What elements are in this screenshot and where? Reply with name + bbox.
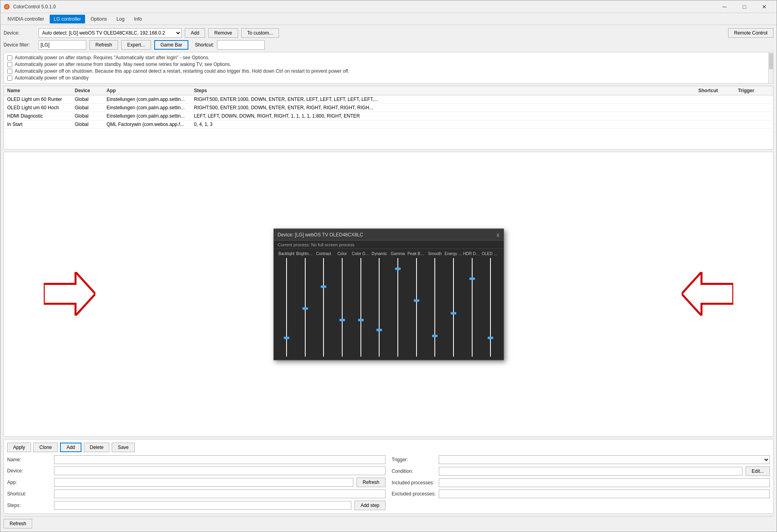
slider-label-11: OLED Mc... [482,251,500,255]
svg-marker-4 [682,272,733,315]
condition-input[interactable] [439,467,743,476]
checkbox-label-0: Automatically power on after startup. Re… [15,55,209,60]
slider-0[interactable] [278,258,296,356]
save-button[interactable]: Save [112,443,134,452]
td-name-1: OLED Light um 60 Hoch [7,105,75,110]
slider-10[interactable] [463,258,481,356]
app-refresh-button[interactable]: Refresh [357,478,385,487]
td-device-2: Global [75,113,107,119]
slider-2[interactable] [315,258,333,356]
shortcut-form-label: Shortcut: [7,491,51,497]
menu-info[interactable]: Info [130,15,146,23]
condition-label: Condition: [392,468,436,474]
td-app-2: Einstellungen (com.palm.app.settin... [107,113,194,119]
slider-label-9: Energy S... [445,251,463,255]
slider-1[interactable] [296,258,314,356]
device-form-input[interactable] [54,466,386,475]
checkbox-row-1: Automatically power on after resume from… [7,62,770,67]
bottom-refresh-button[interactable]: Refresh [4,519,32,528]
apply-button[interactable]: Apply [7,443,31,452]
td-name-3: In Start [7,122,75,127]
checkbox-1[interactable] [7,62,12,67]
app-row: App: Refresh [7,478,386,487]
maximize-button[interactable]: □ [735,0,754,13]
shortcut-row: Shortcut: [7,489,386,498]
slider-6[interactable] [389,258,407,356]
slider-4[interactable] [352,258,370,356]
filter-input[interactable]: [LG] [39,40,86,50]
slider-8[interactable] [426,258,444,356]
expert-button[interactable]: Expert... [121,40,151,50]
slider-11[interactable] [482,258,500,356]
slider-5[interactable] [370,258,388,356]
shortcut-form-input[interactable] [54,489,386,498]
bottom-section: Apply Clone Add Delete Save Name: Device… [4,439,773,514]
svg-point-2 [6,6,8,8]
scrollbar-thumb [769,53,773,69]
device-row: Device: Auto detect: [LG] webOS TV OLED4… [4,28,773,38]
clone-button[interactable]: Clone [33,443,58,452]
checkbox-2[interactable] [7,69,12,74]
menu-nvidia[interactable]: NVIDIA controller [4,15,48,23]
checkbox-0[interactable] [7,55,12,60]
td-steps-1: RIGHT:500, ENTER:1000, DOWN, ENTER, ENTE… [194,105,698,110]
overlay-area: Device: [LG] webOS TV OLED48CX8LC x Curr… [4,152,773,437]
slider-label-1: Brightne... [296,251,314,255]
slider-label-2: Contrast [315,251,333,255]
slider-labels: Backlight Brightne... Contrast Color Col… [274,249,504,256]
menu-log[interactable]: Log [112,15,128,23]
refresh-button[interactable]: Refresh [89,40,118,50]
add-button[interactable]: Add [60,443,81,452]
name-label: Name: [7,457,51,462]
shortcut-input[interactable] [217,40,265,50]
close-button[interactable]: ✕ [755,0,773,13]
svg-marker-3 [44,272,95,315]
table-body: OLED Light um 60 Runter Global Einstellu… [4,95,773,149]
table-row[interactable]: In Start Global QML Factorywin (com.webo… [4,120,773,129]
name-input[interactable] [54,455,386,464]
col-trigger: Trigger [738,88,770,93]
table-row[interactable]: OLED Light um 60 Runter Global Einstellu… [4,95,773,104]
excluded-input[interactable] [439,489,770,498]
menu-options[interactable]: Options [87,15,111,23]
add-device-button[interactable]: Add [185,28,205,38]
table-section: Name Device App Steps Shortcut Trigger O… [4,86,773,149]
steps-input[interactable] [54,501,351,510]
device-select[interactable]: Auto detect: [LG] webOS TV OLED48CX8LC, … [39,28,182,38]
included-input[interactable] [439,478,770,487]
remove-device-button[interactable]: Remove [208,28,238,38]
add-step-button[interactable]: Add step [355,501,385,510]
table-row[interactable]: HDMI Diagnostic Global Einstellungen (co… [4,112,773,120]
app-icon [4,4,10,10]
app-input[interactable] [54,478,353,487]
td-name-0: OLED Light um 60 Runter [7,97,75,102]
table-row[interactable]: OLED Light um 60 Hoch Global Einstellung… [4,104,773,112]
slider-3[interactable] [333,258,351,356]
slider-7[interactable] [407,258,425,356]
menu-lg[interactable]: LG controller [50,15,85,23]
checkbox-label-3: Automatically power off on standby [15,75,89,81]
arrow-right [682,272,733,317]
popup-close-button[interactable]: x [497,231,500,238]
popup-window: Device: [LG] webOS TV OLED48CX8LC x Curr… [273,228,504,360]
filter-label: Device filter: [4,42,35,48]
slider-label-10: HDR Dyn... [463,251,481,255]
slider-label-3: Color [333,251,351,255]
trigger-row: Trigger: [392,455,770,464]
slider-9[interactable] [445,258,463,356]
checkbox-row-0: Automatically power on after startup. Re… [7,55,770,60]
to-custom-button[interactable]: To custom... [241,28,279,38]
delete-button[interactable]: Delete [84,443,110,452]
shortcut-label: Shortcut: [195,42,214,48]
edit-button[interactable]: Edit... [746,466,770,476]
trigger-select[interactable] [439,455,770,464]
bottom-actions: Apply Clone Add Delete Save [7,443,770,452]
checkbox-3[interactable] [7,75,12,81]
td-app-1: Einstellungen (com.palm.app.settin... [107,105,194,110]
minimize-button[interactable]: ─ [715,0,734,13]
scrollbar-v[interactable] [768,52,773,83]
sliders-area [274,256,504,360]
remote-control-button[interactable]: Remote Control [728,28,773,38]
main-content: Device: Auto detect: [LG] webOS TV OLED4… [0,25,777,532]
game-bar-button[interactable]: Game Bar [154,40,189,50]
